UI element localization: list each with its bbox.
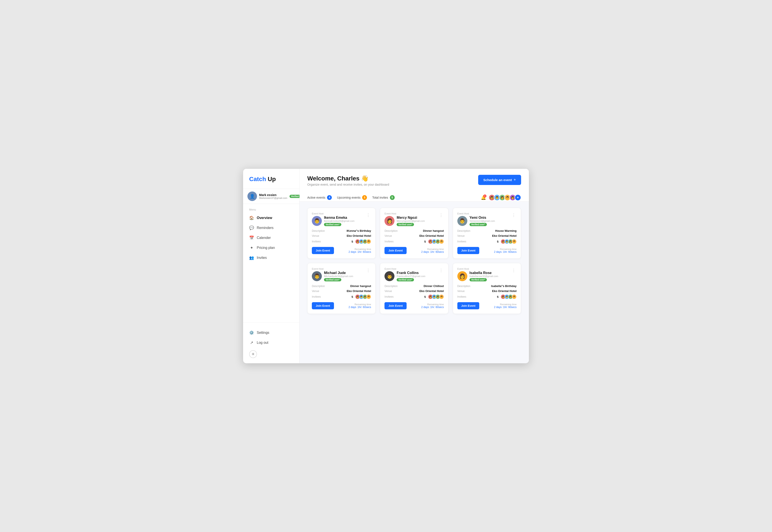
card-menu-button[interactable]: ⋮: [511, 268, 516, 273]
event-host-label: Event Host: [312, 212, 355, 215]
remaining-time-value: 2 days :1hr: 60secs: [494, 250, 516, 253]
remaining-time-block: Remaining time 2 days :1hr: 60secs: [421, 248, 444, 253]
host-email: Mercyngozi22@gmail.com: [397, 220, 425, 222]
invitees-label: Invitees: [312, 295, 321, 298]
invitees-label: Invitees: [457, 240, 466, 243]
description-row: Description Dinner Chillout: [384, 284, 444, 288]
description-value: IKenna"s Birthday: [347, 229, 371, 232]
remaining-label: Remaining time: [494, 248, 516, 250]
avatar-stack: 👩 👨 👩 👨 👩 +: [488, 194, 521, 201]
notification-count: 9: [483, 195, 486, 198]
description-value: Dinner Chillout: [423, 284, 444, 288]
sidebar: Catch Up 👤 Mark essien Markessien37@gmai…: [243, 169, 300, 363]
card-menu-button[interactable]: ⋮: [365, 268, 371, 273]
venue-label: Venue: [312, 234, 319, 237]
sidebar-item-logout[interactable]: ↗ Log out: [243, 338, 299, 348]
venue-label: Venue: [384, 290, 392, 293]
sidebar-item-overview[interactable]: 🏠 Overview: [243, 213, 299, 223]
join-event-button[interactable]: Join Event: [457, 247, 479, 254]
notification-bell[interactable]: 🔔 9: [479, 194, 487, 201]
active-events-stat: Active events 4: [307, 195, 337, 200]
verified-badge: Verified user*: [397, 223, 414, 226]
event-card: Event Host 👨 Yemi Onis Yemionis14@gmail.…: [453, 208, 521, 259]
remaining-time-block: Remaining time 2 days :1hr: 60secs: [421, 303, 444, 309]
remaining-time-value: 2 days :1hr: 60secs: [494, 306, 516, 309]
sidebar-item-calender[interactable]: 📅 Calender: [243, 233, 299, 243]
venue-value: Eko Oriental Hotel: [492, 234, 516, 237]
verified-badge: Verified user*: [324, 278, 341, 281]
add-avatar-button[interactable]: +: [514, 194, 521, 201]
event-host-label: Event Host: [384, 212, 425, 215]
invitee-avatars: 👩 👨 👩 👨: [355, 239, 371, 244]
logo-catch: Catch: [249, 176, 266, 182]
remaining-label: Remaining time: [421, 303, 444, 306]
remaining-time-value: 2 days :1hr: 60secs: [421, 306, 444, 309]
sidebar-item-reminders[interactable]: 💬 Reminders: [243, 223, 299, 233]
invitees-row: Invitees 5 👩 👨 👩 👨: [384, 294, 444, 299]
event-card: Event Host 👨 Frank Collins Frankcollins3…: [380, 263, 448, 314]
logo: Catch Up: [243, 176, 299, 189]
logout-icon: ↗: [249, 340, 254, 345]
invitee-avatars: 👩 👨 👩 👨: [428, 239, 444, 244]
sidebar-item-label: Reminders: [257, 226, 274, 230]
card-menu-button[interactable]: ⋮: [511, 212, 516, 218]
main-content: Welcome, Charles 👋 Organize event, send …: [300, 169, 529, 363]
invitee-avatars: 👩 👨 👩 👨: [428, 294, 444, 299]
invitees-count: 5: [352, 240, 353, 243]
top-bar: Welcome, Charles 👋 Organize event, send …: [300, 169, 529, 202]
host-avatar: 👨: [384, 271, 394, 281]
invitees-row: Invitees 5 👩 👨 👩 👨: [312, 294, 371, 299]
invitees-count: 5: [497, 240, 498, 243]
venue-value: Eko Oriental Hotel: [492, 289, 516, 293]
host-email: lMichaeljude34@gmail.com: [324, 275, 353, 277]
calendar-icon: 📅: [249, 235, 254, 240]
card-menu-button[interactable]: ⋮: [438, 212, 444, 218]
sidebar-item-settings[interactable]: ⚙️ Settings: [243, 328, 299, 338]
schedule-event-button[interactable]: Schedule an event +: [478, 175, 521, 185]
stats-right: 🔔 9 👩 👨 👩 👨 👩 +: [479, 194, 521, 201]
venue-value: Eko Oriental Hotel: [347, 234, 371, 237]
welcome-title: Welcome, Charles 👋: [307, 175, 389, 182]
description-label: Description: [384, 229, 397, 232]
invitees-label: Invitees: [457, 295, 466, 298]
invitees-row: Invitees 5 👩 👨 👩 👨: [457, 239, 516, 244]
upcoming-events-label: Upcoming events: [337, 196, 360, 199]
total-invites-stat: Total invites 5: [372, 195, 400, 200]
join-event-button[interactable]: Join Event: [457, 302, 479, 309]
invitees-label: Invitees: [312, 240, 321, 243]
host-email: Frankcollins37@gmail.com: [397, 275, 425, 277]
sidebar-item-pricing[interactable]: ✦ Pricing plan: [243, 243, 299, 253]
sidebar-item-label: Calender: [257, 236, 271, 240]
sidebar-divider: [243, 322, 299, 323]
sidebar-item-invites[interactable]: 👥 Invites: [243, 253, 299, 263]
plus-icon: +: [513, 178, 516, 182]
welcome-row: Welcome, Charles 👋 Organize event, send …: [307, 175, 521, 190]
theme-toggle-button[interactable]: ☀: [249, 350, 257, 358]
description-row: Description Dinner hangout: [384, 229, 444, 232]
remaining-label: Remaining time: [349, 303, 371, 306]
card-menu-button[interactable]: ⋮: [438, 268, 444, 273]
join-event-button[interactable]: Join Event: [312, 247, 334, 254]
host-avatar: 👨: [457, 216, 467, 226]
description-row: Description Isabella"s Birthday: [457, 284, 516, 288]
join-event-button[interactable]: Join Event: [312, 302, 334, 309]
total-invites-badge: 5: [390, 195, 395, 200]
venue-value: Eko Oriental Hotel: [419, 234, 444, 237]
event-host-label: Event Host: [312, 268, 353, 270]
sidebar-item-label: Settings: [257, 331, 269, 335]
card-menu-button[interactable]: ⋮: [365, 212, 371, 218]
join-event-button[interactable]: Join Event: [384, 247, 407, 254]
event-card: Event Host 👨 Ikenna Emeka IkennaEmeka34@…: [307, 208, 376, 259]
join-event-button[interactable]: Join Event: [384, 302, 407, 309]
invites-icon: 👥: [249, 255, 254, 260]
verified-badge: Verified user*: [324, 223, 341, 226]
venue-label: Venue: [384, 234, 392, 237]
invitees-label: Invitees: [384, 240, 393, 243]
venue-row: Venue Eko Oriental Hotel: [384, 289, 444, 293]
remaining-time-block: Remaining time 2 days :1hr: 60secs: [349, 303, 371, 309]
host-email: IkennaEmeka34@gmail.com: [324, 220, 355, 222]
host-avatar: 👨: [312, 271, 322, 281]
pricing-icon: ✦: [249, 245, 254, 250]
venue-row: Venue Eko Oriental Hotel: [312, 234, 371, 237]
venue-row: Venue Eko Oriental Hotel: [457, 234, 516, 237]
